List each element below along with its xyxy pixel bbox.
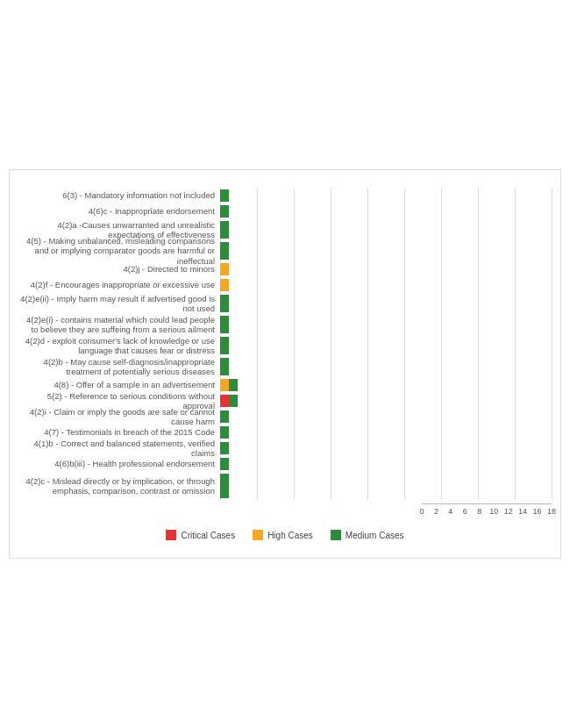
labels-column: 6(3) - Mandatory information not include… bbox=[18, 188, 220, 500]
x-axis-label: 10 bbox=[489, 504, 498, 516]
medium-segment bbox=[220, 442, 229, 454]
bar-label: 4(2)b - May cause self-diagnosis/inappro… bbox=[18, 356, 220, 377]
medium-segment bbox=[220, 426, 229, 439]
bar-label: 4(6)b(iii) - Health professional endorse… bbox=[18, 456, 220, 472]
medium-segment bbox=[220, 458, 229, 470]
medium-segment bbox=[220, 410, 229, 423]
high-label: High Cases bbox=[267, 531, 313, 540]
bar-label: 4(1)b - Correct and balanced statements,… bbox=[18, 440, 220, 456]
medium-segment bbox=[220, 474, 229, 498]
medium-segment bbox=[220, 316, 229, 333]
medium-segment bbox=[220, 221, 229, 239]
table-row bbox=[220, 472, 552, 500]
table-row bbox=[220, 293, 552, 314]
x-axis-label: 6 bbox=[463, 504, 467, 516]
legend-critical: Critical Cases bbox=[166, 530, 235, 540]
critical-label: Critical Cases bbox=[181, 531, 235, 540]
x-axis-label: 8 bbox=[477, 504, 481, 516]
x-axis-label: 14 bbox=[518, 504, 527, 516]
table-row bbox=[220, 314, 552, 335]
bars-inner bbox=[220, 188, 552, 500]
chart-area: 6(3) - Mandatory information not include… bbox=[18, 188, 552, 500]
bar-label: 4(6)c - Inappropriate endorsement bbox=[18, 203, 220, 219]
bar-label: 4(2)j - Directed to minors bbox=[18, 261, 220, 277]
x-axis-label: 12 bbox=[504, 504, 513, 516]
table-row bbox=[220, 261, 552, 277]
x-axis-label: 4 bbox=[448, 504, 452, 516]
medium-segment bbox=[220, 337, 229, 354]
table-row bbox=[220, 377, 552, 393]
table-row bbox=[220, 203, 552, 219]
high-swatch bbox=[253, 530, 263, 540]
table-row bbox=[220, 335, 552, 356]
high-segment bbox=[220, 263, 229, 275]
bar-label: 4(2)e(ii) - Imply harm may result if adv… bbox=[18, 293, 220, 314]
bar-label: 4(2)i - Claim or imply the goods are saf… bbox=[18, 409, 220, 425]
chart-container: 6(3) - Mandatory information not include… bbox=[9, 169, 561, 559]
bar-label: 4(2)f - Encourages inappropriate or exce… bbox=[18, 277, 220, 293]
medium-label: Medium Cases bbox=[346, 531, 404, 540]
medium-segment bbox=[229, 379, 238, 391]
legend-high: High Cases bbox=[253, 530, 313, 540]
grid-line bbox=[552, 188, 552, 500]
table-row bbox=[220, 240, 552, 261]
bars-column bbox=[220, 188, 552, 500]
bar-label: 4(2)c - Mislead directly or by implicati… bbox=[18, 472, 220, 500]
table-row bbox=[220, 393, 552, 409]
medium-segment bbox=[220, 189, 229, 202]
medium-segment bbox=[220, 242, 229, 260]
high-segment bbox=[220, 279, 229, 291]
x-axis-row: 024681012141618 bbox=[18, 500, 552, 519]
table-row bbox=[220, 456, 552, 472]
table-row bbox=[220, 440, 552, 456]
bar-label: 4(2)e(i) - contains material which could… bbox=[18, 314, 220, 335]
table-row bbox=[220, 409, 552, 425]
table-row bbox=[220, 188, 552, 203]
legend: Critical Cases High Cases Medium Cases bbox=[18, 530, 552, 540]
critical-segment bbox=[220, 395, 229, 407]
medium-segment bbox=[220, 358, 229, 375]
critical-swatch bbox=[166, 530, 176, 540]
legend-medium: Medium Cases bbox=[331, 530, 404, 540]
x-axis-label: 16 bbox=[533, 504, 542, 516]
x-axis-label: 2 bbox=[434, 504, 438, 516]
bar-label: 6(3) - Mandatory information not include… bbox=[18, 188, 220, 203]
table-row bbox=[220, 425, 552, 440]
bar-label: 4(5) - Making unbalanced, misleading com… bbox=[18, 240, 220, 261]
medium-segment bbox=[220, 295, 229, 312]
bar-label: 4(2)d - exploit consumer's lack of knowl… bbox=[18, 335, 220, 356]
medium-segment bbox=[229, 395, 238, 407]
table-row bbox=[220, 356, 552, 377]
high-segment bbox=[220, 379, 229, 391]
x-axis-label: 0 bbox=[419, 504, 424, 516]
x-axis: 024681012141618 bbox=[422, 503, 552, 519]
x-axis-label: 18 bbox=[547, 504, 556, 516]
table-row bbox=[220, 219, 552, 240]
table-row bbox=[220, 277, 552, 293]
medium-swatch bbox=[331, 530, 341, 540]
medium-segment bbox=[220, 205, 229, 218]
